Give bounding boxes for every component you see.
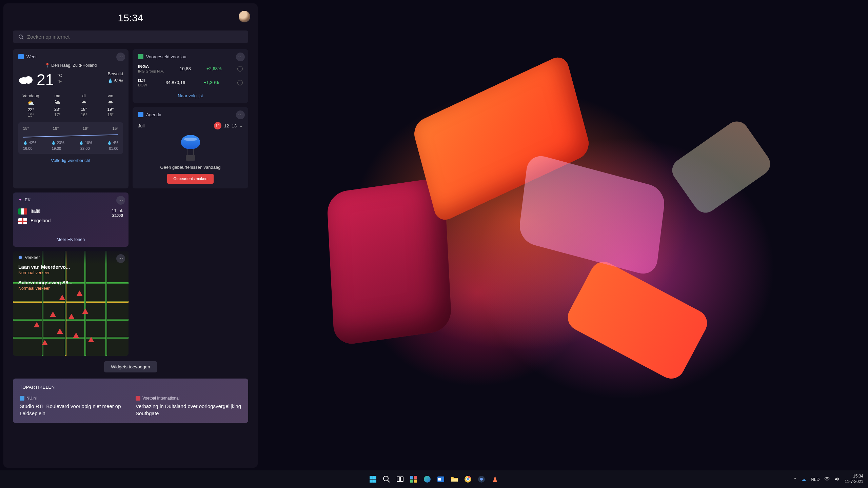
traffic-status: Normaal verkeer: [18, 286, 73, 291]
svg-point-8: [383, 476, 388, 481]
traffic-road: Laan van Meerdervo...: [18, 264, 73, 270]
news-widget[interactable]: TOPARTIKELEN NU.nlStudio RTL Boulevard v…: [13, 379, 248, 423]
trophy-icon: ✦: [18, 197, 22, 202]
edge-icon[interactable]: [422, 474, 433, 485]
svg-rect-4: [370, 476, 373, 479]
svg-point-22: [467, 478, 469, 481]
calendar-icon: [138, 112, 143, 117]
weather-title: Weer: [26, 54, 37, 59]
svg-point-0: [19, 35, 22, 38]
svg-point-16: [424, 476, 431, 483]
weather-widget[interactable]: Weer ⋯ 📍 Den Haag, Zuid-Holland 21 °C°F …: [13, 49, 129, 188]
more-icon[interactable]: ⋯: [116, 53, 125, 61]
pin-icon[interactable]: [237, 80, 243, 85]
news-item[interactable]: NU.nlStudio RTL Boulevard voorlopig niet…: [20, 396, 125, 417]
svg-line-9: [388, 481, 390, 482]
svg-rect-14: [410, 480, 413, 483]
svg-rect-5: [373, 476, 376, 479]
ek-more-link[interactable]: Meer EK tonen: [18, 237, 123, 242]
forecast-day: wo🌧19°16°: [98, 94, 123, 118]
stocks-widget[interactable]: Voorgesteld voor jou ⋯ INGAING Groep N.V…: [133, 49, 248, 103]
svg-rect-7: [373, 480, 376, 483]
svg-rect-12: [410, 476, 413, 479]
cloud-icon: [18, 74, 33, 85]
svg-point-3: [24, 76, 33, 84]
app-icon-2[interactable]: [490, 474, 500, 485]
widgets-panel: 15:34 Weer ⋯ 📍 Den Haag, Zuid-Holland 21…: [3, 3, 258, 468]
match-date: 11 jul.: [112, 208, 123, 213]
widgets-icon[interactable]: [408, 474, 419, 485]
search-bar[interactable]: [13, 30, 248, 43]
svg-point-25: [827, 481, 827, 481]
traffic-status: Normaal verkeer: [18, 270, 73, 275]
language-indicator[interactable]: NLD: [811, 477, 820, 482]
search-icon: [18, 34, 24, 40]
chrome-icon[interactable]: [462, 474, 473, 485]
outlook-icon[interactable]: [435, 474, 446, 485]
svg-rect-13: [414, 476, 417, 479]
stocks-watchlist-link[interactable]: Naar volglijst: [138, 93, 243, 98]
ek-widget[interactable]: ✦EK ⋯ Italië Engeland 11 jul. 21:00 Meer…: [13, 192, 129, 247]
agenda-widget[interactable]: Agenda ⋯ Juli 11 12 13 ⌄ Geen gebeurteni…: [133, 107, 248, 188]
svg-rect-18: [438, 478, 441, 481]
system-tray[interactable]: ⌃ ☁ NLD 15:34 11-7-2021: [793, 474, 863, 484]
svg-rect-11: [400, 477, 403, 482]
pin-icon[interactable]: [237, 66, 243, 72]
start-button[interactable]: [368, 474, 378, 485]
ek-title: EK: [25, 197, 31, 202]
stock-row[interactable]: DJIDOW34.870,16+1,30%: [138, 78, 243, 87]
agenda-empty-text: Geen gebeurtenissen vandaag: [138, 165, 243, 170]
traffic-road: Scheveningseweg S8...: [18, 280, 73, 285]
agenda-today[interactable]: 11: [214, 122, 221, 129]
weather-temp: 21: [37, 70, 54, 89]
forecast-row: Vandaag⛅22°15°ma🌦23°17°di🌧18°16°wo🌧19°16…: [18, 94, 123, 118]
panel-clock: 15:34: [118, 12, 143, 24]
stocks-icon: [138, 54, 143, 59]
file-explorer-icon[interactable]: [449, 474, 460, 485]
tray-chevron-icon[interactable]: ⌃: [793, 477, 797, 482]
stock-row[interactable]: INGAING Groep N.V.10,88+2,68%: [138, 64, 243, 73]
user-avatar[interactable]: [239, 11, 250, 22]
stocks-title: Voorgesteld voor jou: [146, 54, 186, 59]
svg-line-1: [22, 38, 23, 39]
chevron-down-icon[interactable]: ⌄: [239, 123, 243, 128]
wifi-icon[interactable]: [824, 476, 830, 482]
more-icon[interactable]: ⋯: [236, 110, 245, 119]
tray-clock[interactable]: 15:34 11-7-2021: [845, 474, 863, 484]
onedrive-icon[interactable]: ☁: [802, 477, 806, 482]
weather-condition: Bewolkt 💧 61%: [107, 70, 123, 85]
task-view-icon[interactable]: [395, 474, 406, 485]
traffic-icon: ⬢: [18, 255, 22, 260]
more-icon[interactable]: ⋯: [116, 196, 125, 205]
news-section-title: TOPARTIKELEN: [20, 385, 241, 390]
svg-rect-19: [451, 479, 458, 482]
forecast-day: ma🌦23°17°: [45, 94, 70, 118]
weather-icon: [18, 54, 24, 59]
svg-rect-15: [414, 480, 417, 483]
weather-full-link[interactable]: Volledig weerbericht: [18, 158, 123, 163]
more-icon[interactable]: ⋯: [236, 53, 245, 61]
forecast-day: di🌧18°16°: [72, 94, 97, 118]
forecast-day: Vandaag⛅22°15°: [18, 94, 43, 118]
app-icon[interactable]: [476, 474, 487, 485]
svg-point-24: [480, 478, 483, 481]
create-event-button[interactable]: Gebeurtenis maken: [167, 174, 213, 184]
taskbar-center: [368, 474, 500, 485]
taskbar-search-icon[interactable]: [381, 474, 392, 485]
svg-rect-6: [370, 480, 373, 483]
flag-italy-icon: [18, 208, 27, 215]
more-icon[interactable]: ⋯: [116, 254, 125, 263]
volume-icon[interactable]: [834, 476, 840, 482]
svg-rect-10: [397, 477, 400, 482]
agenda-illustration: [138, 135, 243, 161]
news-item[interactable]: Voetbal InternationalVerbazing in Duitsl…: [136, 396, 241, 417]
agenda-title: Agenda: [146, 112, 161, 117]
add-widgets-button[interactable]: Widgets toevoegen: [104, 361, 157, 372]
flag-england-icon: [18, 218, 27, 224]
match-time: 21:00: [112, 213, 123, 218]
traffic-title: Verkeer: [25, 255, 40, 260]
search-input[interactable]: [27, 34, 243, 40]
weather-chart: 18°19°16°15° 💧 42%💧 23%💧 10%💧 4% 16:0019…: [18, 122, 123, 154]
traffic-widget[interactable]: ⬢ Verkeer ⋯ Laan van Meerdervo...Normaal…: [13, 251, 129, 356]
taskbar: ⌃ ☁ NLD 15:34 11-7-2021: [0, 470, 868, 488]
